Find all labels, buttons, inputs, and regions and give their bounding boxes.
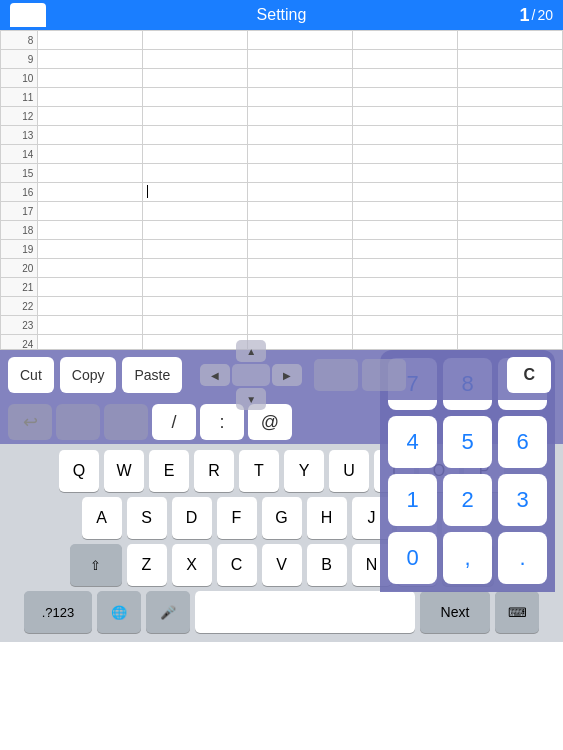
table-cell[interactable] [458,69,563,88]
table-cell[interactable] [458,107,563,126]
table-cell[interactable] [143,126,248,145]
numpad-key-.[interactable]: . [498,532,547,584]
table-cell[interactable] [248,202,353,221]
key-h[interactable]: H [307,497,347,539]
table-cell[interactable] [353,69,458,88]
nav-extra-1[interactable] [314,359,358,391]
table-cell[interactable] [38,31,143,50]
key-x[interactable]: X [172,544,212,586]
table-cell[interactable] [353,88,458,107]
table-cell[interactable] [143,69,248,88]
table-cell[interactable] [38,316,143,335]
table-cell[interactable] [143,316,248,335]
table-cell[interactable] [458,31,563,50]
key-y[interactable]: Y [284,450,324,492]
table-cell[interactable] [248,164,353,183]
key-z[interactable]: Z [127,544,167,586]
table-cell[interactable] [458,145,563,164]
key-u[interactable]: U [329,450,369,492]
table-cell[interactable] [248,50,353,69]
key-s[interactable]: S [127,497,167,539]
numbers-key[interactable]: .?123 [24,591,92,633]
table-row[interactable]: 13 [1,126,563,145]
space-key[interactable] [195,591,415,633]
table-cell[interactable] [248,316,353,335]
table-row[interactable]: 15 [1,164,563,183]
table-cell[interactable] [38,335,143,351]
table-cell[interactable] [458,297,563,316]
cut-button[interactable]: Cut [8,357,54,393]
header-tab[interactable] [10,3,46,27]
table-cell[interactable] [353,107,458,126]
table-row[interactable]: 19 [1,240,563,259]
undo-button[interactable]: ↩ [8,404,52,440]
key-d[interactable]: D [172,497,212,539]
table-row[interactable]: 22 [1,297,563,316]
table-row[interactable]: 14 [1,145,563,164]
table-cell[interactable] [143,145,248,164]
table-cell[interactable] [248,126,353,145]
key-r[interactable]: R [194,450,234,492]
table-cell[interactable] [38,88,143,107]
table-cell[interactable] [458,88,563,107]
table-cell[interactable] [353,50,458,69]
nav-right-button[interactable]: ▶ [272,364,302,386]
table-cell[interactable] [248,69,353,88]
table-cell[interactable] [38,145,143,164]
table-cell[interactable] [38,259,143,278]
table-row[interactable]: 10 [1,69,563,88]
table-cell[interactable] [38,278,143,297]
table-row[interactable]: 9 [1,50,563,69]
table-row[interactable]: 8 [1,31,563,50]
spreadsheet[interactable]: 89101112131415161718192021222324 [0,30,563,350]
emoji-key[interactable]: ⌨ [495,591,539,633]
key-b[interactable]: B [307,544,347,586]
table-cell[interactable] [143,221,248,240]
table-cell[interactable] [248,88,353,107]
numpad-key-3[interactable]: 3 [498,474,547,526]
table-cell[interactable] [353,31,458,50]
table-cell[interactable] [38,297,143,316]
numpad-key-4[interactable]: 4 [388,416,437,468]
key-a[interactable]: A [82,497,122,539]
table-cell[interactable] [458,278,563,297]
key-g[interactable]: G [262,497,302,539]
table-cell[interactable] [38,164,143,183]
numpad-key-6[interactable]: 6 [498,416,547,468]
table-row[interactable]: 11 [1,88,563,107]
table-cell[interactable] [143,164,248,183]
numpad-key-0[interactable]: 0 [388,532,437,584]
key-f[interactable]: F [217,497,257,539]
table-row[interactable]: 18 [1,221,563,240]
numpad-key-5[interactable]: 5 [443,416,492,468]
table-cell[interactable] [458,221,563,240]
table-cell[interactable] [248,107,353,126]
paste-button[interactable]: Paste [122,357,182,393]
table-cell[interactable] [458,126,563,145]
table-cell[interactable] [248,145,353,164]
extra-btn-1[interactable] [56,404,100,440]
nav-down-button[interactable]: ▼ [236,388,266,410]
table-cell[interactable] [458,183,563,202]
table-cell[interactable] [38,202,143,221]
table-row[interactable]: 12 [1,107,563,126]
table-cell[interactable] [143,183,248,202]
table-cell[interactable] [353,335,458,351]
table-cell[interactable] [38,50,143,69]
table-cell[interactable] [353,278,458,297]
numpad-key-2[interactable]: 2 [443,474,492,526]
key-w[interactable]: W [104,450,144,492]
nav-left-button[interactable]: ◀ [200,364,230,386]
table-cell[interactable] [458,202,563,221]
table-cell[interactable] [143,107,248,126]
key-q[interactable]: Q [59,450,99,492]
table-cell[interactable] [38,107,143,126]
table-cell[interactable] [248,221,353,240]
table-cell[interactable] [38,240,143,259]
table-cell[interactable] [458,50,563,69]
table-cell[interactable] [248,240,353,259]
table-cell[interactable] [38,126,143,145]
table-cell[interactable] [353,145,458,164]
key-c[interactable]: C [217,544,257,586]
table-row[interactable]: 21 [1,278,563,297]
